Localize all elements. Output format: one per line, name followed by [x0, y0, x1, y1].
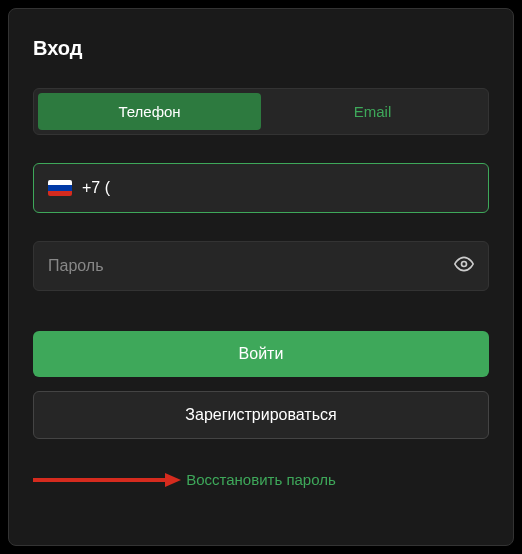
register-button[interactable]: Зарегистрироваться — [33, 391, 489, 439]
login-method-tabs: Телефон Email — [33, 88, 489, 135]
tab-email[interactable]: Email — [261, 93, 484, 130]
page-title: Вход — [33, 37, 489, 60]
eye-icon[interactable] — [454, 254, 474, 278]
phone-prefix: +7 ( — [82, 179, 110, 197]
phone-input-group[interactable]: +7 ( — [33, 163, 489, 213]
arrow-annotation-icon — [25, 468, 185, 492]
phone-field[interactable] — [114, 179, 474, 197]
login-panel: Вход Телефон Email +7 ( Войти Зарегистри… — [8, 8, 514, 546]
svg-marker-2 — [165, 473, 181, 487]
restore-password-link[interactable]: Восстановить пароль — [186, 471, 336, 488]
country-flag-russia-icon[interactable] — [48, 180, 72, 196]
tab-phone[interactable]: Телефон — [38, 93, 261, 130]
login-button[interactable]: Войти — [33, 331, 489, 377]
password-input-group[interactable] — [33, 241, 489, 291]
password-field[interactable] — [48, 257, 454, 275]
restore-row: Восстановить пароль — [33, 471, 489, 488]
svg-point-0 — [462, 262, 467, 267]
